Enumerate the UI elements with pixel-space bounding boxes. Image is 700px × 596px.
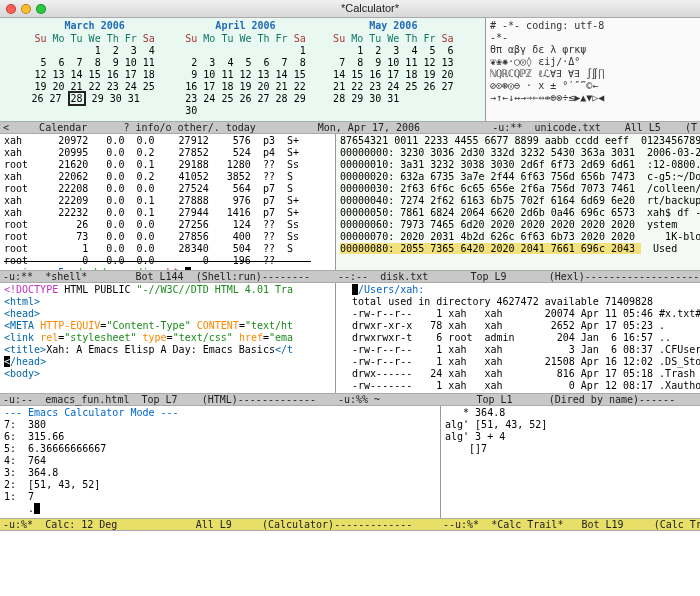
hexl-row: 00000030: 2f63 6f6c 6c65 656e 2f6a 756d … [340, 183, 696, 195]
process-row: root 1 0.0 0.0 28340 504 ?? Sroot 0 0.0 … [4, 243, 331, 267]
calc-mode-line: -u:%* Calc: 12 Deg All L9 (Calculator)--… [0, 518, 440, 531]
dired-mode-line: -u:%% ~ Top L1 (Dired by name)------ [335, 393, 700, 406]
hexl-row: 00000050: 7861 6824 2064 6620 2d6b 0a46 … [340, 207, 696, 219]
calc-prompt[interactable]: . [4, 503, 436, 515]
html-mode-line: -u:-- emacs_fun.html Top L7 (HTML)------… [0, 393, 335, 406]
dired-total: total used in directory 4627472 availabl… [340, 296, 696, 308]
calc-stack-row: 3: 364.8 [4, 467, 436, 479]
calendar-month: May 2006Su Mo Tu We Th Fr Sa 1 2 3 4 5 6… [333, 20, 453, 117]
process-row: xah 20972 0.0 0.0 27912 576 p3 S+ [4, 135, 331, 147]
hexl-row: 87654321 0011 2233 4455 6677 8899 aabb c… [340, 135, 696, 147]
unicode-line: ℕℚℝℂℚℙℤ ℓℒ∀∃ ∀∃ ∫∬∏ [490, 68, 696, 80]
unicode-line: →↑←↓↔→⇒⇐⇔⇎⊕⊗÷≤▶▲▼▷◀ [490, 92, 696, 104]
calc-stack-row: 4: 764 [4, 455, 436, 467]
calc-stack-row: 2: [51, 43, 52] [4, 479, 436, 491]
trail-row: alg' [51, 43, 52] [445, 419, 696, 431]
hexl-mode-line: --:-- disk.txt Top L9 (Hexl)------------… [335, 270, 700, 283]
dired-row[interactable]: -rw-r--r-- 1 xah xah 3 Jan 6 08:37 .CFUs… [340, 344, 696, 356]
shell-mode-line: -u:** *shell* Bot L144 (Shell:run)------… [0, 270, 335, 283]
window-title: *Calculator* [46, 2, 694, 15]
process-row: root 73 0.0 0.0 27856 400 ?? Ss [4, 231, 331, 243]
dired-row[interactable]: -rw-r--r-- 1 xah xah 20074 Apr 11 05:46 … [340, 308, 696, 320]
dired-path: /Users/xah: [340, 284, 696, 296]
unicode-pane[interactable]: # -*- coding: utf-8-*- θπ αβγ δε λ φrκψ❦… [485, 18, 700, 121]
hexl-row: 00000020: 632a 6735 3a7e 2f44 6f63 756d … [340, 171, 696, 183]
zoom-icon[interactable] [36, 4, 46, 14]
shell-pane[interactable]: xah 20972 0.0 0.0 27912 576 p3 S+ xah 20… [0, 134, 335, 270]
process-row: xah 22209 0.0 0.1 27888 976 p7 S+ [4, 195, 331, 207]
process-row: xah 22232 0.0 0.1 27944 1416 p7 S+ [4, 207, 331, 219]
minimize-icon[interactable] [21, 4, 31, 14]
calc-stack-row: 1: 7 [4, 491, 436, 503]
hexl-pane[interactable]: 87654321 0011 2233 4455 6677 8899 aabb c… [335, 134, 700, 270]
trail-mode-line: --u:%* *Calc Trail* Bot L19 (Calc Trail) [440, 518, 700, 531]
calc-title: --- Emacs Calculator Mode --- [4, 407, 436, 419]
trail-row: alg' 3 + 4 [445, 431, 696, 443]
hexl-row: 00000040: 7274 2f62 6163 6b75 702f 6164 … [340, 195, 696, 207]
calc-stack-row: 7: 380 [4, 419, 436, 431]
calc-stack-row: 5: 6.36666666667 [4, 443, 436, 455]
calendar-month: March 2006Su Mo Tu We Th Fr Sa 1 2 3 4 5… [31, 20, 157, 117]
dired-pane[interactable]: /Users/xah: total used in directory 4627… [335, 283, 700, 393]
hexl-row: 00000070: 2020 2031 4b2d 626c 6f63 6b73 … [340, 231, 696, 243]
calendar-pane[interactable]: March 2006Su Mo Tu We Th Fr Sa 1 2 3 4 5… [0, 18, 485, 121]
dired-row[interactable]: drwx------ 24 xah xah 816 Apr 17 05:18 .… [340, 368, 696, 380]
calc-trail-pane[interactable]: * 364.8alg' [51, 43, 52]alg' 3 + 4 []7 [440, 406, 700, 518]
hexl-row: 00000010: 3a31 3232 3038 3030 2d6f 6f73 … [340, 159, 696, 171]
dired-row[interactable]: -rw-r--r-- 1 xah xah 21508 Apr 16 12:02 … [340, 356, 696, 368]
calculator-pane[interactable]: --- Emacs Calculator Mode ---7: 3806: 31… [0, 406, 440, 518]
process-row: root 26 0.0 0.0 27256 124 ?? Ss [4, 219, 331, 231]
dired-row[interactable]: drwxrwxr-t 6 root admin 204 Jan 6 16:57 … [340, 332, 696, 344]
dired-row[interactable]: drwxr-xr-x 78 xah xah 2652 Apr 17 05:23 … [340, 320, 696, 332]
calendar-month: April 2006Su Mo Tu We Th Fr Sa 1 2 3 4 5… [185, 20, 305, 117]
unicode-line: θπ αβγ δε λ φrκψ [490, 44, 696, 56]
calendar-mode-line: < Calendar ? info/o other/. today Mon, A… [0, 121, 485, 134]
hexl-row: 00000000: 3230 3036 2d30 332d 3232 5430 … [340, 147, 696, 159]
unicode-line: -*- [490, 32, 696, 44]
html-pane[interactable]: <!DOCTYPE HTML PUBLIC "-//W3C//DTD HTML … [0, 283, 335, 393]
close-icon[interactable] [6, 4, 16, 14]
calc-stack-row: 6: 315.66 [4, 431, 436, 443]
dired-row[interactable]: -rw------- 1 xah xah 0 Apr 12 08:17 .Xau… [340, 380, 696, 392]
hexl-row: 00000080: 2055 7365 6420 2020 2041 7661 … [340, 243, 696, 255]
process-row: xah 22062 0.0 0.2 41052 3852 ?? S [4, 171, 331, 183]
trail-row: * 364.8 [445, 407, 696, 419]
unicode-mode-line: -u:** unicode.txt All L5 (T [485, 121, 700, 134]
process-row: root 22208 0.0 0.0 27524 564 p7 S [4, 183, 331, 195]
unicode-line: ❦❀✺·○◎◊ εij∕·Δ° [490, 56, 696, 68]
trail-row: []7 [445, 443, 696, 455]
titlebar: *Calculator* [0, 0, 700, 18]
hexl-row: 00000060: 7973 7465 6d20 2020 2020 2020 … [340, 219, 696, 231]
emacs-frame: March 2006Su Mo Tu We Th Fr Sa 1 2 3 4 5… [0, 18, 700, 596]
process-row: root 0 0.0 0.0 0 196 ?? - [4, 255, 331, 267]
unicode-line: ⊘⊙⊛◎⊖ · x ± °′″‴©← [490, 80, 696, 92]
process-row: xah 20995 0.0 0.2 27852 524 p4 S+ [4, 147, 331, 159]
process-row: root 21620 0.0 0.1 29188 1280 ?? Ss [4, 159, 331, 171]
unicode-line: # -*- coding: utf-8 [490, 20, 696, 32]
